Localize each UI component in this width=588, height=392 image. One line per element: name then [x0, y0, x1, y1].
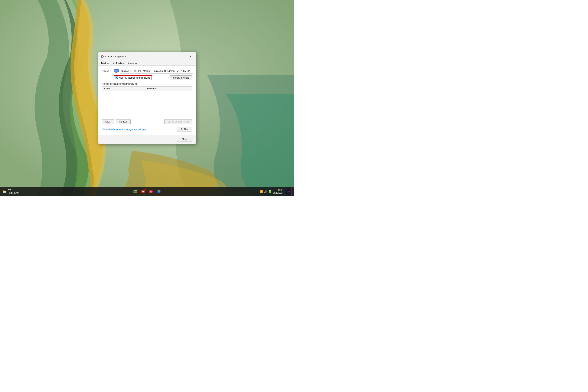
profiles-button[interactable]: Profiles	[176, 127, 192, 132]
profiles-associated-label: Profiles associated with this device:	[102, 82, 192, 85]
taskbar-left: ⛅ 8°C Partly sunny	[2, 189, 20, 194]
svg-rect-8	[135, 190, 137, 192]
dialog-title-area: Colour Management	[101, 55, 126, 58]
desktop: Colour Management ✕ Devices All Profiles…	[0, 0, 294, 196]
understanding-link[interactable]: Understanding colour management settings	[102, 128, 146, 130]
svg-rect-6	[115, 72, 118, 73]
colour-app-icon[interactable]	[156, 188, 162, 195]
battery-icon: 🔋	[268, 190, 272, 193]
menu-devices[interactable]: Devices	[99, 61, 111, 66]
apps-icon: ⟳	[141, 190, 145, 194]
profiles-table-header: Name File name	[102, 86, 192, 91]
svg-rect-10	[135, 192, 137, 193]
buttons-row: Add... Remove Set as Default Profile	[102, 119, 192, 124]
weather-icon: ⛅	[2, 190, 6, 194]
weather-text: 8°C Partly sunny	[8, 189, 20, 194]
device-row: Device: Display: 1. EDO PnP Monitor - Qu…	[102, 68, 192, 74]
identify-monitors-button[interactable]: Identify monitors	[170, 76, 192, 80]
svg-rect-4	[114, 70, 118, 72]
add-button[interactable]: Add...	[102, 119, 114, 124]
xda-badge: XDA	[285, 188, 292, 195]
system-icons: ⌃ 📶 🔊 🔋	[257, 190, 272, 193]
close-row: Close	[98, 135, 196, 144]
vivaldi-icon[interactable]	[148, 188, 154, 195]
use-my-settings-checkbox[interactable]	[116, 76, 118, 79]
col-filename-header: File name	[147, 87, 190, 90]
colour-management-dialog: Colour Management ✕ Devices All Profiles…	[98, 52, 196, 144]
task-icon[interactable]: ⟳ !	[140, 188, 146, 195]
dialog-titlebar: Colour Management ✕	[98, 52, 196, 61]
device-dropdown-wrapper: Display: 1. EDO PnP Monitor - Qualcomm(R…	[114, 68, 193, 74]
dialog-overlay: Colour Management ✕ Devices All Profiles…	[0, 0, 294, 196]
svg-point-17	[158, 191, 160, 193]
taskbar-right: ⌃ 📶 🔊 🔋 09:54 09/12/2024 XDA	[257, 188, 292, 195]
windows-logo-icon	[133, 190, 137, 193]
colour-wheel-icon	[157, 190, 161, 194]
time-date-area[interactable]: 09:54 09/12/2024	[273, 189, 284, 194]
start-button[interactable]	[132, 188, 138, 195]
taskbar: ⛅ 8°C Partly sunny ⟳	[0, 187, 294, 196]
remove-button[interactable]: Remove	[116, 119, 130, 124]
dialog-close-button[interactable]: ✕	[188, 54, 193, 59]
taskbar-center: ⟳ !	[132, 188, 162, 195]
browser-icon	[149, 190, 153, 194]
svg-point-2	[102, 56, 103, 57]
menu-advanced[interactable]: Advanced	[126, 61, 139, 66]
checkbox-wrapper: Use my settings for this device	[114, 76, 152, 80]
profiles-table: Name File name	[102, 86, 192, 118]
monitor-icon	[114, 69, 119, 73]
system-time: 09:54	[273, 189, 284, 192]
svg-rect-5	[116, 72, 117, 72]
close-button[interactable]: Close	[177, 137, 192, 142]
link-row: Understanding colour management settings…	[102, 127, 192, 132]
chevron-up-icon[interactable]: ⌃	[257, 190, 258, 192]
device-label: Device:	[102, 70, 112, 72]
svg-text:⟳: ⟳	[142, 190, 144, 192]
svg-rect-9	[134, 192, 135, 193]
colour-management-icon	[101, 55, 104, 58]
menu-all-profiles[interactable]: All Profiles	[111, 61, 126, 66]
dialog-menubar: Devices All Profiles Advanced	[98, 61, 196, 66]
weather-desc: Partly sunny	[8, 192, 20, 194]
checkbox-row: Use my settings for this device Identify…	[102, 76, 192, 80]
profiles-table-body[interactable]	[102, 91, 192, 117]
notification-badge: !	[144, 188, 146, 190]
volume-icon: 🔊	[264, 190, 267, 193]
checkbox-label: Use my settings for this device	[119, 76, 150, 79]
dialog-title: Colour Management	[105, 55, 126, 58]
wifi-icon: 📶	[260, 190, 263, 193]
device-dropdown[interactable]: Display: 1. EDO PnP Monitor - Qualcomm(R…	[120, 68, 193, 74]
system-date: 09/12/2024	[273, 192, 284, 194]
dialog-body: Device: Display: 1. EDO PnP Monitor - Qu…	[98, 66, 196, 135]
svg-rect-7	[134, 190, 135, 192]
set-default-profile-button[interactable]: Set as Default Profile	[164, 119, 192, 124]
col-name-header: Name	[104, 87, 147, 90]
weather-temp: 8°C	[8, 189, 20, 192]
